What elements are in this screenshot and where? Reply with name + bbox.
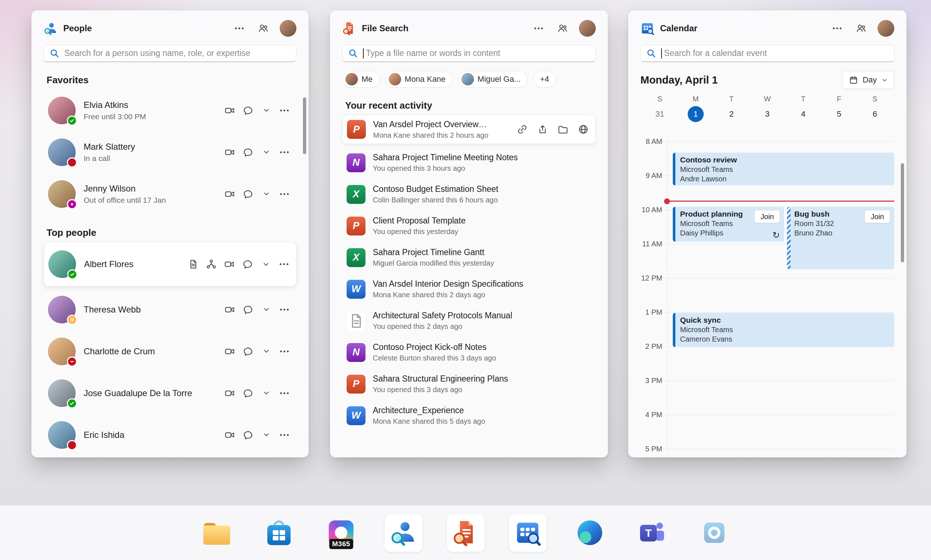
more-options-button[interactable] xyxy=(829,21,845,35)
more-options-button[interactable] xyxy=(531,21,546,35)
filter-chip-more[interactable]: +4 xyxy=(533,71,556,88)
taskbar-teams[interactable]: T xyxy=(633,514,671,552)
open-in-browser-button[interactable] xyxy=(576,122,591,137)
people-search-input[interactable] xyxy=(65,48,291,58)
more-button[interactable] xyxy=(276,257,292,271)
video-call-button[interactable] xyxy=(222,386,237,400)
chat-button[interactable] xyxy=(240,103,256,118)
video-call-button[interactable] xyxy=(222,145,237,160)
chat-button[interactable] xyxy=(240,428,256,442)
more-button[interactable] xyxy=(277,386,292,400)
view-selector-button[interactable]: Day xyxy=(843,71,894,89)
taskbar-file-search[interactable] xyxy=(447,514,485,552)
more-button[interactable] xyxy=(277,344,292,358)
video-call-button[interactable] xyxy=(222,428,237,442)
file-row[interactable]: X Sahara Project Timeline Gantt Miguel G… xyxy=(342,242,596,273)
file-searchbar[interactable] xyxy=(342,45,596,62)
chat-button[interactable] xyxy=(240,187,256,202)
file-row[interactable]: N Sahara Project Timeline Meeting Notes … xyxy=(342,147,596,178)
file-search-input[interactable] xyxy=(366,48,590,58)
profile-card-button[interactable] xyxy=(185,257,201,271)
expand-button[interactable] xyxy=(259,344,274,358)
week-day-saturday[interactable]: S 6 xyxy=(857,95,893,122)
calendar-event-bug-bush[interactable]: Bug bush Room 31/32 Bruno Zhao Join xyxy=(787,207,894,269)
file-row-selected[interactable]: P Van Arsdel Project Overview… Mona Kane… xyxy=(342,115,596,144)
calendar-event-contoso-review[interactable]: Contoso review Microsoft Teams Andre Law… xyxy=(673,152,894,185)
contact-row-selected[interactable]: Albert Flores xyxy=(44,242,296,286)
filter-chip-me[interactable]: Me xyxy=(342,71,380,88)
expand-button[interactable] xyxy=(259,302,274,317)
video-call-button[interactable] xyxy=(222,187,237,202)
week-day-wednesday[interactable]: W 3 xyxy=(749,95,786,122)
contact-row[interactable]: Elvia Atkins Free until 3:00 PM xyxy=(44,89,296,131)
contact-row[interactable]: Jose Guadalupe De la Torre xyxy=(44,372,296,414)
org-chart-button[interactable] xyxy=(203,257,219,271)
taskbar-edge[interactable] xyxy=(571,514,609,552)
taskbar-microsoft-store[interactable] xyxy=(260,514,298,552)
chat-button[interactable] xyxy=(240,145,256,160)
calendar-event-quick-sync[interactable]: Quick sync Microsoft Teams Cameron Evans xyxy=(673,313,894,347)
video-call-button[interactable] xyxy=(222,302,237,317)
chat-button[interactable] xyxy=(240,302,256,317)
taskbar-calendar-search[interactable] xyxy=(509,514,547,552)
video-call-button[interactable] xyxy=(222,344,237,358)
expand-button[interactable] xyxy=(259,145,274,160)
expand-button[interactable] xyxy=(259,428,274,442)
file-row[interactable]: W Van Arsdel Interior Design Specificati… xyxy=(342,273,596,305)
chat-button[interactable] xyxy=(240,257,255,271)
contact-row[interactable]: Charlotte de Crum xyxy=(44,330,296,372)
week-day-friday[interactable]: F 5 xyxy=(821,95,857,122)
taskbar-m365[interactable]: M365 xyxy=(322,514,361,552)
more-button[interactable] xyxy=(277,187,292,202)
file-row[interactable]: X Contoso Budget Estimation Sheet Colin … xyxy=(342,178,596,210)
share-button[interactable] xyxy=(535,122,550,137)
taskbar-file-explorer[interactable] xyxy=(198,514,236,552)
chat-button[interactable] xyxy=(240,344,256,358)
people-searchbar[interactable] xyxy=(44,45,296,62)
expand-button[interactable] xyxy=(259,103,274,118)
file-row[interactable]: Architectural Safety Protocols Manual Yo… xyxy=(342,305,596,337)
calendar-searchbar[interactable] xyxy=(640,45,894,62)
week-day-thursday[interactable]: T 4 xyxy=(785,95,821,122)
account-avatar[interactable] xyxy=(579,20,596,37)
account-avatar[interactable] xyxy=(877,20,894,37)
people-directory-button[interactable] xyxy=(256,21,271,35)
expand-button[interactable] xyxy=(259,386,274,400)
chat-button[interactable] xyxy=(240,386,256,400)
scrollbar[interactable] xyxy=(901,163,904,262)
file-row[interactable]: P Sahara Structural Engineering Plans Yo… xyxy=(342,368,596,400)
join-meeting-button[interactable]: Join xyxy=(865,210,890,223)
week-day-monday-selected[interactable]: M 1 xyxy=(678,95,714,122)
file-row[interactable]: W Architecture_Experience Mona Kane shar… xyxy=(342,400,596,431)
calendar-search-input[interactable] xyxy=(664,48,888,58)
people-directory-button[interactable] xyxy=(555,21,570,35)
contact-row[interactable]: Theresa Webb xyxy=(44,289,296,330)
week-day-tuesday[interactable]: T 2 xyxy=(714,95,749,122)
file-row[interactable]: N Contoso Project Kick-off Notes Celeste… xyxy=(342,337,596,368)
account-avatar[interactable] xyxy=(280,20,296,37)
more-button[interactable] xyxy=(277,302,292,317)
more-button[interactable] xyxy=(277,428,292,442)
copy-link-button[interactable] xyxy=(515,122,530,137)
calendar-event-product-planning[interactable]: Product planning Microsoft Teams Daisy P… xyxy=(673,207,784,242)
video-call-button[interactable] xyxy=(222,103,237,118)
taskbar-outlook[interactable] xyxy=(695,514,734,552)
expand-button[interactable] xyxy=(258,257,273,271)
more-options-button[interactable] xyxy=(232,21,247,35)
contact-row[interactable]: Mark Slattery In a call xyxy=(44,131,296,173)
video-call-button[interactable] xyxy=(222,257,237,271)
more-button[interactable] xyxy=(277,103,292,118)
filter-chip-miguel[interactable]: Miguel Ga... xyxy=(458,71,528,88)
file-row[interactable]: P Client Proposal Template You opened th… xyxy=(342,210,596,242)
contact-row[interactable]: Eric Ishida xyxy=(44,414,296,456)
open-folder-button[interactable] xyxy=(555,122,570,137)
join-meeting-button[interactable]: Join xyxy=(754,210,780,223)
filter-chip-mona-kane[interactable]: Mona Kane xyxy=(385,71,453,88)
people-directory-button[interactable] xyxy=(854,21,869,35)
taskbar-people-search[interactable] xyxy=(384,514,422,552)
contact-row[interactable]: Jenny Wilson Out of office until 17 Jan xyxy=(44,173,296,215)
more-button[interactable] xyxy=(277,145,292,160)
week-day-sunday[interactable]: S 31 xyxy=(642,95,678,122)
expand-button[interactable] xyxy=(259,187,274,202)
scrollbar[interactable] xyxy=(303,97,306,154)
